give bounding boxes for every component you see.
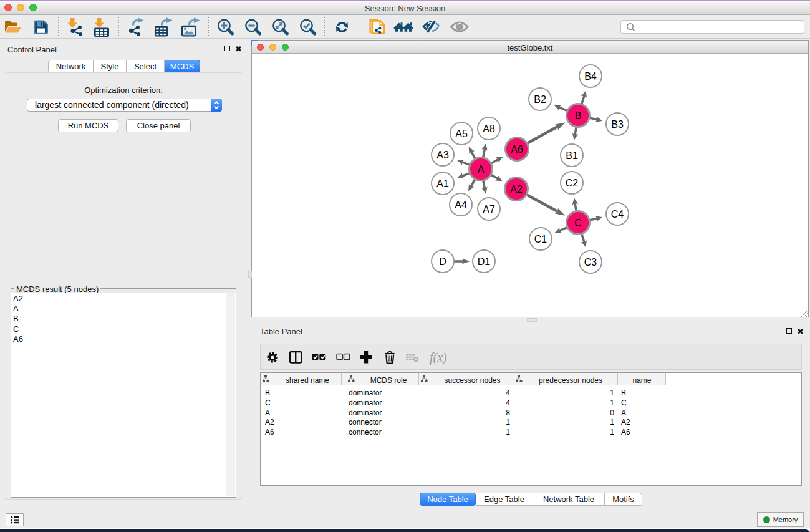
svg-text:D: D [439,256,446,267]
svg-text:f(x): f(x) [430,351,447,365]
svg-text:A: A [478,164,485,175]
svg-text:D1: D1 [478,256,491,267]
svg-text:B: B [575,110,582,121]
svg-text:C2: C2 [566,178,579,188]
svg-text:B4: B4 [584,71,597,82]
svg-text:B3: B3 [611,119,624,130]
svg-text:A5: A5 [455,128,468,139]
svg-text:B1: B1 [566,150,578,161]
svg-text:C4: C4 [611,209,624,220]
svg-text:A8: A8 [483,123,495,134]
svg-text:C3: C3 [584,257,597,268]
svg-text:A3: A3 [436,150,449,160]
svg-text:C: C [574,218,582,228]
svg-text:B2: B2 [534,94,546,105]
svg-text:A7: A7 [483,204,495,215]
svg-text:A1: A1 [436,178,449,189]
svg-text:C1: C1 [534,234,547,244]
svg-text:A4: A4 [455,200,467,210]
svg-text:A2: A2 [510,184,523,195]
svg-text:A6: A6 [511,144,523,155]
